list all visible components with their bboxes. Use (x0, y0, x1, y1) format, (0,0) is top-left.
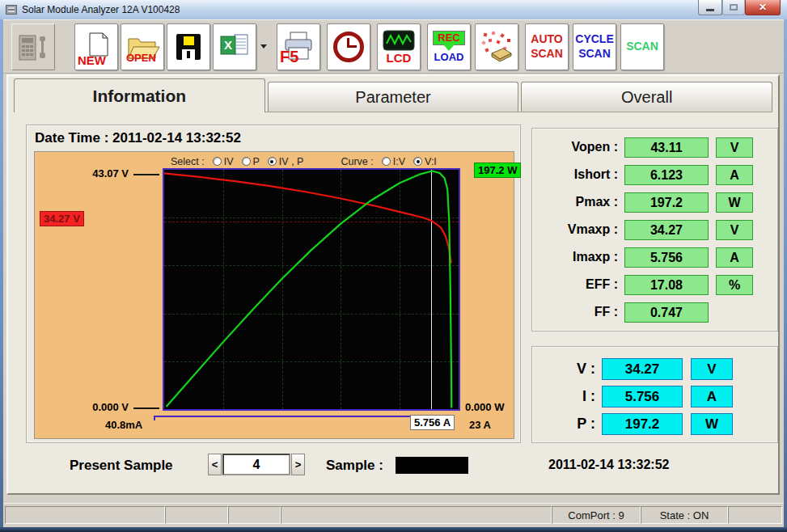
maximize-button[interactable] (722, 0, 745, 15)
app-icon (6, 5, 17, 15)
window-bottom-border (0, 527, 787, 532)
ishort-value: 6.123 (624, 165, 709, 185)
radio-iv-label: IV (224, 156, 234, 167)
p-label: P : (532, 416, 595, 433)
select-label: Select : (171, 156, 205, 167)
auto-scan-button[interactable]: AUTO SCAN (525, 23, 569, 70)
present-sample-label: Present Sample (70, 458, 173, 474)
lcd-label: LCD (387, 52, 412, 64)
excel-dropdown-arrow[interactable] (260, 44, 267, 49)
chart-area: Select : IV P IV , P Curve : I:V V:I (34, 151, 514, 439)
measure-panel: V : 34.27 V I : 5.756 A P : 197.2 W (531, 346, 778, 443)
curve-label: Curve : (341, 156, 373, 167)
minimize-button[interactable] (698, 0, 722, 15)
open-button[interactable]: OPEN (121, 23, 164, 70)
clear-button[interactable] (475, 23, 518, 70)
svg-text:X: X (224, 38, 232, 52)
new-button[interactable]: NEW (74, 23, 118, 70)
p-unit: W (691, 413, 733, 435)
result-row: FF : 0.747 (532, 298, 777, 326)
status-cell-empty (281, 506, 552, 524)
save-floppy-icon (171, 30, 205, 64)
status-cell-empty (165, 506, 228, 524)
footer-datetime: 2011-02-14 13:32:52 (548, 458, 669, 472)
sample-prev-button[interactable]: < (208, 454, 222, 475)
new-label: NEW (78, 54, 106, 66)
i-label: I : (532, 388, 595, 405)
vopen-label: Vopen : (532, 140, 618, 154)
maximize-icon (730, 4, 738, 11)
status-bar: ComPort : 9 State : ON (3, 503, 784, 526)
eraser-icon (479, 29, 514, 65)
date-time-value: 2011-02-14 13:32:52 (112, 130, 241, 146)
clock-icon (333, 32, 364, 62)
excel-export-icon: X (217, 30, 252, 64)
scan-label: SCAN (626, 40, 658, 54)
main-panel: Information Parameter Overall Date Time … (6, 74, 780, 495)
pmax-label: Pmax : (532, 195, 618, 209)
vopen-unit: V (716, 137, 753, 158)
radio-iv-p-label: IV , P (279, 156, 304, 167)
radio-i-v[interactable] (382, 157, 391, 166)
status-state: State : ON (641, 506, 728, 524)
vmaxp-unit: V (716, 220, 753, 240)
rec-load-button[interactable]: REC LOAD (427, 23, 471, 70)
ff-value: 0.747 (624, 302, 709, 323)
y-right-max-label: 197.2 W (474, 163, 521, 178)
result-row: EFF : 17.08 % (532, 271, 777, 298)
tab-parameter[interactable]: Parameter (268, 82, 519, 112)
measure-row: V : 34.27 V (532, 355, 777, 382)
close-button[interactable]: ✕ (745, 0, 781, 15)
result-row: Pmax : 197.2 W (532, 188, 777, 216)
radio-v-i[interactable] (413, 157, 422, 166)
export-excel-button[interactable]: X (213, 23, 256, 70)
y-left-max-label: 43.07 V (48, 167, 129, 179)
radio-iv-p[interactable] (268, 157, 277, 166)
lcd-screen-icon (381, 29, 417, 52)
date-time-label: Date Time : (35, 130, 108, 146)
scan-button[interactable]: SCAN (620, 23, 664, 70)
sample-value-box (396, 457, 468, 474)
connect-device-button[interactable] (11, 23, 55, 70)
lcd-button[interactable]: LCD (377, 23, 421, 70)
rec-arrow-icon (443, 44, 455, 51)
sample-label: Sample : (326, 458, 383, 474)
y-right-min-label: 0.000 W (465, 401, 504, 413)
curve-controls: Select : IV P IV , P Curve : I:V V:I (35, 154, 514, 168)
measure-row: I : 5.756 A (532, 382, 777, 410)
x-max-label: 23 A (469, 419, 491, 431)
rec-label: REC (433, 31, 464, 45)
sample-number-input[interactable]: 4 (222, 454, 290, 475)
tab-information[interactable]: Information (14, 78, 265, 112)
imaxp-value: 5.756 (624, 247, 709, 268)
ff-label: FF : (532, 305, 618, 319)
title-bar: Solar Module Analyzer 12A V100428 ✕ (0, 0, 787, 19)
print-f5-button[interactable]: F5 (277, 23, 320, 70)
clock-button[interactable] (327, 23, 370, 70)
radio-p-label: P (253, 156, 260, 167)
status-comport: ComPort : 9 (552, 506, 641, 524)
tab-bar: Information Parameter Overall (14, 78, 772, 112)
radio-p[interactable] (242, 157, 251, 166)
i-unit: A (691, 386, 733, 407)
i-value: 5.756 (602, 386, 683, 407)
radio-iv[interactable] (213, 157, 222, 166)
iv-curves-svg (164, 170, 459, 409)
app-window: Solar Module Analyzer 12A V100428 ✕ (0, 0, 787, 532)
measure-row: P : 197.2 W (532, 410, 777, 437)
device-calculator-icon (15, 29, 51, 65)
axis-tick (133, 174, 159, 175)
eff-value: 17.08 (624, 275, 709, 295)
toolbar: NEW OPEN (3, 19, 784, 74)
x-min-label: 40.8mA (105, 419, 142, 431)
sample-next-button[interactable]: > (291, 454, 305, 475)
save-button[interactable] (167, 23, 210, 70)
chart-group: Date Time : 2011-02-14 13:32:52 Select :… (26, 125, 521, 443)
cycle-scan-label: CYCLE SCAN (575, 32, 613, 61)
pmax-unit: W (716, 192, 753, 213)
cycle-scan-button[interactable]: CYCLE SCAN (573, 23, 616, 70)
client-area: NEW OPEN (3, 19, 784, 527)
tab-overall[interactable]: Overall (521, 82, 772, 112)
open-label: OPEN (126, 53, 156, 63)
results-panel: Vopen : 43.11 V Ishort : 6.123 A Pmax : … (531, 128, 778, 331)
